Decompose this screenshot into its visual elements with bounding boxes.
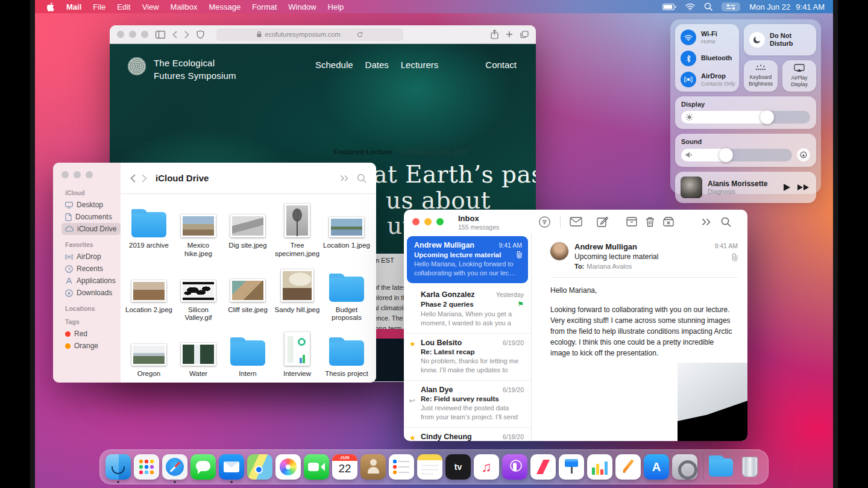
- file-sandy-hill[interactable]: Sandy hill.jpeg: [272, 263, 322, 323]
- keyboard-brightness-button[interactable]: Keyboard Brightness: [744, 60, 778, 92]
- message-row-andrew[interactable]: Andrew Mulligan9:41 AM Upcoming lecture …: [407, 236, 528, 283]
- file-intern[interactable]: Intern: [223, 327, 272, 378]
- play-button[interactable]: [784, 184, 790, 191]
- file-location-1[interactable]: Location 1.jpeg: [322, 199, 371, 258]
- nav-schedule[interactable]: Schedule: [315, 60, 353, 70]
- file-location-2[interactable]: Location 2.jpeg: [124, 263, 174, 323]
- menu-view[interactable]: View: [142, 2, 159, 11]
- file-cliff-site[interactable]: Cliff site.jpeg: [223, 263, 272, 323]
- menu-file[interactable]: File: [93, 2, 105, 11]
- file-thesis-project[interactable]: Thesis project: [322, 327, 371, 378]
- dock-photos[interactable]: [275, 454, 301, 480]
- reading-attachment-icon[interactable]: [714, 253, 738, 261]
- nav-dates[interactable]: Dates: [365, 60, 389, 70]
- dock-music[interactable]: [473, 454, 500, 480]
- trash-icon[interactable]: [646, 217, 655, 227]
- finder-back-icon[interactable]: [130, 174, 136, 183]
- battery-icon[interactable]: [662, 4, 676, 10]
- finder-more-icon[interactable]: [340, 175, 348, 182]
- junk-icon[interactable]: [663, 217, 674, 227]
- address-bar[interactable]: ecofuturesymposium.com: [216, 28, 403, 41]
- dock-mail[interactable]: [218, 454, 245, 480]
- privacy-shield-icon[interactable]: [197, 30, 204, 39]
- new-tab-icon[interactable]: [506, 31, 513, 38]
- more-toolbar-icon[interactable]: [702, 218, 711, 226]
- control-center-icon[interactable]: [722, 2, 740, 11]
- dock-downloads[interactable]: [708, 454, 735, 480]
- tab-overview-icon[interactable]: [520, 31, 529, 39]
- message-row-karla[interactable]: Karla GonzalezYesterday Phase 2 queries⚑…: [404, 286, 531, 334]
- wifi-toggle[interactable]: Wi-FiHome: [681, 30, 739, 45]
- sidebar-tag-orange[interactable]: Orange: [61, 340, 121, 352]
- get-mail-icon[interactable]: [570, 217, 582, 227]
- file-2019-archive[interactable]: 2019 archive: [124, 199, 174, 258]
- finder-traffic-lights[interactable]: [61, 171, 121, 178]
- dock-news[interactable]: [530, 454, 556, 480]
- nav-contact[interactable]: Contact: [485, 60, 517, 70]
- archive-icon[interactable]: [626, 217, 637, 227]
- sidebar-item-documents[interactable]: Documents: [61, 211, 121, 223]
- finder-forward-icon[interactable]: [142, 174, 147, 183]
- file-tree-specimen[interactable]: Tree specimen.jpeg: [272, 199, 322, 258]
- menu-help[interactable]: Help: [328, 2, 344, 11]
- message-row-cindy[interactable]: ★ Cindy Cheung6/18/20 Project timeline i…: [404, 428, 531, 441]
- finder-search-icon[interactable]: [357, 174, 366, 183]
- menu-edit[interactable]: Edit: [117, 2, 130, 11]
- compose-icon[interactable]: [597, 216, 608, 227]
- dock-pages[interactable]: [615, 454, 641, 480]
- dock-trash[interactable]: [737, 454, 763, 480]
- file-oregon[interactable]: Oregon: [124, 327, 174, 378]
- sidebar-item-applications[interactable]: Applications: [61, 275, 121, 287]
- dock-contacts[interactable]: [360, 454, 386, 480]
- dock-safari[interactable]: [162, 454, 188, 480]
- airplay-display-button[interactable]: AirPlay Display: [782, 60, 816, 92]
- sidebar-item-downloads[interactable]: Downloads: [61, 287, 121, 299]
- dock-reminders[interactable]: [388, 454, 415, 480]
- filter-icon[interactable]: [539, 216, 550, 228]
- sidebar-item-recents[interactable]: Recents: [61, 263, 121, 275]
- share-icon[interactable]: [491, 30, 498, 39]
- wifi-menu-icon[interactable]: [685, 3, 695, 10]
- nav-lecturers[interactable]: Lecturers: [401, 60, 439, 70]
- dock-finder[interactable]: [105, 454, 131, 480]
- sidebar-item-icloud-drive[interactable]: iCloud Drive: [61, 223, 121, 235]
- mail-traffic-lights[interactable]: [412, 218, 444, 225]
- file-dig-site[interactable]: Dig site.jpeg: [223, 199, 272, 258]
- dock-app-store[interactable]: A: [643, 454, 670, 480]
- sidebar-item-desktop[interactable]: Desktop: [61, 199, 121, 211]
- dock-numbers[interactable]: [587, 454, 613, 480]
- menu-mailbox[interactable]: Mailbox: [171, 2, 198, 11]
- spotlight-search-icon[interactable]: [704, 2, 712, 11]
- menu-format[interactable]: Format: [252, 2, 277, 11]
- dock-tv[interactable]: tv: [445, 454, 471, 480]
- menu-window[interactable]: Window: [288, 2, 316, 11]
- menu-clock[interactable]: Mon Jun 22 9:41 AM: [749, 2, 825, 11]
- airplay-audio-button[interactable]: [797, 148, 810, 161]
- menu-app-name[interactable]: Mail: [66, 2, 81, 11]
- volume-slider[interactable]: [681, 149, 792, 161]
- dock-podcasts[interactable]: [502, 454, 528, 480]
- safari-traffic-lights[interactable]: [117, 31, 148, 38]
- file-water[interactable]: Water: [174, 327, 223, 378]
- apple-menu-icon[interactable]: [47, 2, 55, 11]
- forward-icon[interactable]: [184, 31, 189, 39]
- message-row-lou[interactable]: ★ Lou Belsito6/19/20 Re: Latest recap No…: [404, 334, 531, 381]
- dock-maps[interactable]: [247, 454, 273, 480]
- file-silicon-valley[interactable]: Silicon Valley.gif: [174, 263, 223, 323]
- airdrop-toggle[interactable]: AirDropContacts Only: [681, 72, 739, 87]
- dock-system-preferences[interactable]: [671, 454, 698, 480]
- dock-messages[interactable]: [190, 454, 216, 480]
- skip-forward-button[interactable]: [797, 184, 809, 190]
- menu-message[interactable]: Message: [209, 2, 241, 11]
- dock-calendar[interactable]: JUN22: [332, 454, 358, 480]
- file-budget-proposals[interactable]: Budget proposals: [322, 263, 371, 323]
- dock-launchpad[interactable]: [133, 454, 160, 480]
- sidebar-toggle-icon[interactable]: [156, 31, 165, 39]
- sidebar-item-airdrop[interactable]: AirDrop: [61, 251, 121, 263]
- do-not-disturb-toggle[interactable]: Do Not Disturb: [744, 24, 816, 55]
- dock-notes[interactable]: [417, 454, 443, 480]
- dock-facetime[interactable]: [303, 454, 330, 480]
- file-interview[interactable]: Interview: [272, 327, 322, 378]
- display-brightness-slider[interactable]: [681, 111, 810, 124]
- mail-search-icon[interactable]: [721, 217, 731, 227]
